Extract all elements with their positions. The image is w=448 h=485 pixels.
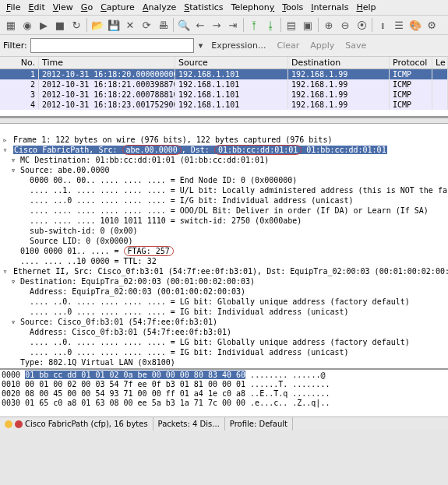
save-filter-button[interactable]: Save [341, 40, 370, 51]
detail-line[interactable]: 0000 00.. 00.. .... .... .... = End Node… [2, 176, 297, 185]
packet-list[interactable]: No. Time Source Destination Protocol Le … [0, 57, 448, 118]
print-icon[interactable]: 🖶 [155, 17, 171, 33]
goto-icon[interactable]: ⇥ [225, 17, 241, 33]
autoscroll-icon[interactable]: ▣ [300, 17, 316, 33]
status-proto: Cisco FabricPath (cfp), 16 bytes [0, 417, 153, 431]
detail-line[interactable]: sub-switch-id: 0 (0x00) [2, 227, 138, 235]
zoomin-icon[interactable]: ⊕ [321, 17, 337, 33]
back-icon[interactable]: ← [192, 17, 208, 33]
hex-row[interactable]: 0030 01 65 c0 a8 01 63 08 00 ee 5a b3 1a… [2, 399, 446, 408]
detail-line[interactable]: ▿ Destination: EquipTra_02:00:03 (00:01:… [2, 277, 255, 286]
forward-icon[interactable]: → [209, 17, 224, 33]
stop-icon[interactable]: ■ [52, 17, 68, 33]
detail-line[interactable]: .... ..0. .... .... .... .... = LG bit: … [2, 338, 410, 346]
filter-input[interactable] [30, 38, 194, 53]
detail-line[interactable]: Address: EquipTra_02:00:03 (00:01:00:02:… [2, 287, 245, 296]
colorize-icon[interactable]: ▤ [284, 17, 299, 33]
find-icon[interactable]: 🔍 [176, 17, 192, 33]
table-row[interactable]: 42012-10-31 16:18:23.001752900192.168.1.… [0, 100, 448, 110]
hex-row[interactable]: 0020 08 00 45 00 00 54 93 71 00 00 ff 01… [2, 389, 446, 399]
apply-button[interactable]: Apply [306, 40, 338, 51]
expression-button[interactable]: Expression... [207, 40, 270, 51]
dst-circle: 01:bb:cc:dd:01:01 [214, 145, 302, 155]
hex-dump[interactable]: 0000 01 bb cc dd 01 01 02 0a be 00 00 00… [0, 370, 448, 416]
detail-line[interactable]: .... ..0. .... .... .... .... = LG bit: … [2, 297, 410, 306]
detail-line[interactable]: .... ...0 .... .... .... .... = IG bit: … [2, 308, 349, 316]
table-row[interactable]: 12012-10-31 16:18:20.000000000192.168.1.… [0, 69, 448, 79]
cfp-line[interactable]: Cisco FabricPath, Src: abe.00.0000, Dst:… [13, 146, 387, 154]
menu-capture[interactable]: Capture [97, 2, 138, 13]
collapse-icon[interactable]: ▿ [2, 145, 9, 155]
menu-bar: File Edit View Go Capture Analyze Statis… [0, 0, 448, 16]
filter-label: Filter: [3, 40, 27, 51]
menu-statistics[interactable]: Statistics [181, 2, 226, 13]
packet-details[interactable]: ▹ Frame 1: 122 bytes on wire (976 bits),… [0, 124, 448, 370]
menu-edit[interactable]: Edit [25, 2, 48, 13]
menu-help[interactable]: Help [353, 2, 379, 13]
detail-line[interactable]: .... ..1. .... .... .... .... = U/L bit:… [2, 186, 448, 195]
detail-line[interactable]: .... .... .... 1010 1011 1110 = switch-i… [2, 216, 302, 225]
restart-icon[interactable]: ↻ [69, 17, 84, 33]
coloring-rules-icon[interactable]: 🎨 [407, 17, 423, 33]
status-profile[interactable]: Profile: Default [225, 417, 293, 431]
col-proto[interactable]: Protocol [390, 57, 432, 69]
detail-line[interactable]: Type: 802.1Q Virtual LAN (0x8100) [2, 358, 175, 367]
src-circle: abe.00.0000 [122, 145, 182, 155]
filter-bar: Filter: ▾ Expression... Clear Apply Save [0, 35, 448, 57]
menu-tools[interactable]: Tools [279, 2, 306, 13]
col-no[interactable]: No. [0, 57, 39, 69]
status-packets: Packets: 4 Dis... [153, 417, 225, 431]
col-dest[interactable]: Destination [288, 57, 390, 69]
options-icon[interactable]: ◉ [19, 17, 35, 33]
col-source[interactable]: Source [175, 57, 288, 69]
detail-line[interactable]: ▿ Source: abe.00.0000 [2, 166, 109, 174]
collapse-icon[interactable]: ▿ [2, 266, 9, 276]
detail-line[interactable]: ▿ MC Destination: 01:bb:cc:dd:01:01 (01:… [2, 156, 269, 164]
menu-internals[interactable]: Internals [308, 2, 351, 13]
detail-line[interactable]: .... .... ..10 0000 = TTL: 32 [2, 257, 157, 265]
detail-line[interactable]: 0100 0000 01.. .... = FTAG: 257 [2, 246, 174, 256]
hex-row[interactable]: 0000 01 bb cc dd 01 01 02 0a be 00 00 00… [2, 371, 446, 380]
save-icon[interactable]: 💾 [106, 17, 122, 33]
table-row[interactable]: 32012-10-31 16:18:22.000788810192.168.1.… [0, 90, 448, 100]
reload-icon[interactable]: ⟳ [139, 17, 154, 33]
menu-go[interactable]: Go [78, 2, 96, 13]
expand-icon[interactable]: ▹ [2, 135, 9, 145]
bulb-icon [5, 420, 12, 428]
detail-line[interactable]: Source LID: 0 (0x0000) [2, 237, 133, 245]
detail-line[interactable]: .... ...0 .... .... .... .... = I/G bit:… [2, 196, 354, 205]
col-len[interactable]: Le [432, 57, 448, 69]
close-icon[interactable]: ✕ [122, 17, 138, 33]
status-bar: Cisco FabricPath (cfp), 16 bytes Packets… [0, 416, 448, 431]
filter-dropdown-icon[interactable]: ▾ [197, 40, 205, 51]
zoom100-icon[interactable]: ⦿ [354, 17, 369, 33]
zoomout-icon[interactable]: ⊖ [337, 17, 353, 33]
interfaces-icon[interactable]: ▦ [3, 17, 19, 33]
frame-line[interactable]: Frame 1: 122 bytes on wire (976 bits), 1… [13, 135, 332, 144]
hex-row[interactable]: 0010 00 01 00 02 00 03 54 7f ee 0f b3 01… [2, 380, 446, 389]
prefs-icon[interactable]: ⚙ [424, 17, 439, 33]
detail-line[interactable]: .... ...0 .... .... .... .... = IG bit: … [2, 348, 349, 357]
expert-icon[interactable] [15, 420, 23, 428]
gototop-icon[interactable]: ⭱ [246, 17, 262, 33]
detail-line[interactable]: ▿ Source: Cisco_0f:b3:01 (54:7f:ee:0f:b3… [2, 318, 217, 326]
detail-line[interactable]: .... .... .... .... .... .... = OOO/DL B… [2, 206, 429, 215]
open-icon[interactable]: 📂 [90, 17, 105, 33]
display-filter-icon[interactable]: ☰ [391, 17, 407, 33]
start-icon[interactable]: ▶ [36, 17, 51, 33]
menu-view[interactable]: View [50, 2, 76, 13]
eth-line[interactable]: Ethernet II, Src: Cisco_0f:b3:01 (54:7f:… [13, 267, 448, 276]
gotobot-icon[interactable]: ⭳ [263, 17, 278, 33]
resize-cols-icon[interactable]: ⫾ [375, 17, 390, 33]
ftag-circle: FTAG: 257 [124, 246, 174, 256]
detail-line[interactable]: Address: Cisco_0f:b3:01 (54:7f:ee:0f:b3:… [2, 328, 231, 336]
menu-telephony[interactable]: Telephony [228, 2, 278, 13]
packet-list-header: No. Time Source Destination Protocol Le [0, 57, 448, 69]
menu-file[interactable]: File [3, 2, 23, 13]
toolbar: ▦ ◉ ▶ ■ ↻ 📂 💾 ✕ ⟳ 🖶 🔍 ← → ⇥ ⭱ ⭳ ▤ ▣ ⊕ ⊖ … [0, 16, 448, 35]
table-row[interactable]: 22012-10-31 16:18:21.000398870192.168.1.… [0, 79, 448, 90]
col-time[interactable]: Time [39, 57, 175, 69]
menu-analyze[interactable]: Analyze [139, 2, 179, 13]
clear-button[interactable]: Clear [273, 40, 304, 51]
